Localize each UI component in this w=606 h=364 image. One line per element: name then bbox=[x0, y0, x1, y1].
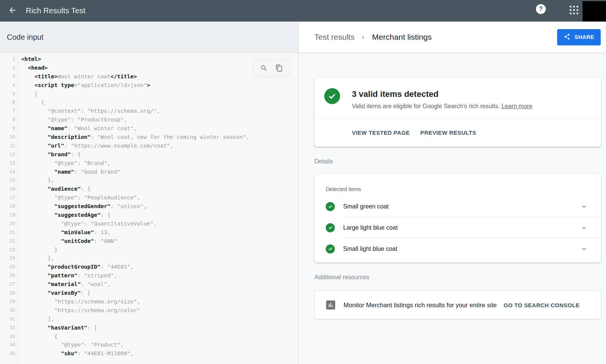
preview-results-button[interactable]: PREVIEW RESULTS bbox=[420, 129, 476, 136]
valid-check-icon bbox=[326, 202, 335, 211]
code-text: }, bbox=[19, 176, 54, 185]
code-line[interactable]: 11 "url": "https://www.example.com/coat"… bbox=[0, 142, 298, 150]
code-text: "@type": "ProductGroup", bbox=[19, 115, 127, 124]
code-text: <title>Wool winter coat</title> bbox=[19, 72, 137, 81]
code-line[interactable]: 27 "material": "wool", bbox=[0, 280, 298, 289]
code-line[interactable]: 15 }, bbox=[0, 176, 298, 185]
code-line[interactable]: 29 "https://schema.org/size", bbox=[0, 297, 298, 306]
code-text: "@context": "https://schema.org/", bbox=[19, 107, 160, 115]
code-line[interactable]: 14 "name": "Good brand" bbox=[0, 168, 298, 176]
app-title: Rich Results Test bbox=[26, 6, 86, 15]
code-text: [ bbox=[19, 90, 38, 98]
line-number-gutter bbox=[0, 53, 18, 364]
code-text: "suggestedGender": "unisex", bbox=[19, 202, 147, 211]
code-line[interactable]: 16 "audience": { bbox=[0, 185, 298, 193]
detected-item-row[interactable]: Large light blue coat bbox=[314, 217, 601, 238]
back-arrow-icon bbox=[8, 6, 17, 16]
avatar[interactable] bbox=[583, 1, 606, 22]
code-line[interactable]: 12 "brand": { bbox=[0, 150, 298, 159]
code-line[interactable]: 32 "hasVariant": [ bbox=[0, 324, 298, 332]
code-text: "https://schema.org/size", bbox=[19, 297, 140, 306]
go-to-search-console-link[interactable]: GO TO SEARCH CONSOLE bbox=[503, 302, 579, 308]
code-text: <head> bbox=[19, 64, 48, 72]
code-line[interactable]: 21 "minValue": 13, bbox=[0, 228, 298, 237]
code-text: "@type": "PeopleAudience", bbox=[19, 193, 140, 202]
code-line[interactable]: 33 { bbox=[0, 332, 298, 341]
back-button[interactable] bbox=[8, 6, 17, 16]
chevron-down-icon[interactable] bbox=[581, 203, 587, 210]
resources-card: Monitor Merchant listings rich results f… bbox=[314, 291, 601, 319]
resources-section-label: Additional resources bbox=[314, 274, 601, 281]
code-text: "pattern": "striped", bbox=[19, 271, 117, 280]
code-line[interactable]: 22 "unitCode": "ANN" bbox=[0, 237, 298, 246]
view-tested-page-button[interactable]: VIEW TESTED PAGE bbox=[352, 129, 410, 136]
code-line[interactable]: 30 "https://schema.org/color" bbox=[0, 306, 298, 315]
code-line[interactable]: 9 "name": "Wool winter coat", bbox=[0, 124, 298, 133]
code-line[interactable]: 23 } bbox=[0, 246, 298, 254]
code-text: <html> bbox=[19, 55, 41, 64]
code-text: "productGroupID": "44E01", bbox=[19, 263, 134, 271]
chevron-down-icon[interactable] bbox=[581, 246, 587, 252]
code-line[interactable]: 26 "pattern": "striped", bbox=[0, 271, 298, 280]
code-line[interactable]: 17 "@type": "PeopleAudience", bbox=[0, 193, 298, 202]
code-text: }, bbox=[19, 254, 54, 263]
code-line[interactable]: 13 "@type": "Brand", bbox=[0, 159, 298, 168]
results-header: Test results Merchant listings SHARE bbox=[298, 22, 606, 53]
code-text: "@type": "QuantitativeValue", bbox=[19, 219, 157, 228]
chevron-down-icon[interactable] bbox=[581, 224, 587, 231]
share-icon bbox=[564, 33, 570, 41]
detected-item-row[interactable]: Small light blue coat bbox=[314, 238, 601, 259]
search-icon[interactable] bbox=[260, 64, 268, 72]
code-text: "audience": { bbox=[19, 185, 91, 193]
code-line[interactable]: 7 "@context": "https://schema.org/", bbox=[0, 107, 298, 115]
code-line[interactable]: 19 "suggestedAge": { bbox=[0, 211, 298, 219]
summary-title: 3 valid items detected bbox=[352, 89, 533, 100]
code-line[interactable]: 35 "sku": "44E01-M11000", bbox=[0, 349, 298, 358]
code-line[interactable]: 25 "productGroupID": "44E01", bbox=[0, 263, 298, 271]
code-text: { bbox=[19, 332, 58, 341]
results-panel: Test results Merchant listings SHARE bbox=[298, 22, 606, 364]
code-text: "brand": { bbox=[19, 150, 81, 159]
code-text: "https://schema.org/color" bbox=[19, 306, 140, 315]
code-input-panel: Code input 1<html>2 <head>3 <title>Wool … bbox=[0, 22, 298, 364]
code-panel-header: Code input bbox=[0, 22, 298, 53]
code-text: "material": "wool", bbox=[19, 280, 111, 289]
code-text: "unitCode": "ANN" bbox=[19, 237, 117, 246]
code-line[interactable]: 34 "@type": "Product", bbox=[0, 341, 298, 349]
summary-subtitle: Valid items are eligible for Google Sear… bbox=[352, 102, 533, 110]
detected-items-label: Detected items bbox=[314, 174, 601, 196]
apps-grid-icon[interactable] bbox=[570, 6, 579, 16]
code-text: "name": "Wool winter coat", bbox=[19, 124, 137, 133]
valid-check-icon bbox=[326, 244, 335, 254]
code-text: "minValue": 13, bbox=[19, 228, 111, 237]
share-button[interactable]: SHARE bbox=[557, 29, 601, 45]
code-line[interactable]: 28 "variesBy": [ bbox=[0, 289, 298, 297]
copy-icon[interactable] bbox=[275, 64, 283, 72]
summary-card: 3 valid items detected Valid items are e… bbox=[314, 78, 601, 147]
code-line[interactable]: 18 "suggestedGender": "unisex", bbox=[0, 202, 298, 211]
code-lines: 1<html>2 <head>3 <title>Wool winter coat… bbox=[0, 55, 298, 358]
details-section-label: Details bbox=[314, 158, 601, 165]
code-line[interactable]: 5 [ bbox=[0, 90, 298, 98]
detected-item-row[interactable]: Small green coat bbox=[314, 196, 601, 217]
code-line[interactable]: 8 "@type": "ProductGroup", bbox=[0, 115, 298, 124]
detected-item-label: Small light blue coat bbox=[343, 246, 397, 252]
code-line[interactable]: 10 "description": "Wool coat, new for th… bbox=[0, 133, 298, 142]
code-line[interactable]: 4 <script type="application/ld+json"> bbox=[0, 81, 298, 90]
code-line[interactable]: 24 }, bbox=[0, 254, 298, 263]
code-editor[interactable]: 1<html>2 <head>3 <title>Wool winter coat… bbox=[0, 53, 298, 364]
learn-more-link[interactable]: Learn more bbox=[501, 103, 533, 109]
code-line[interactable]: 31 ], bbox=[0, 315, 298, 324]
code-line[interactable]: 20 "@type": "QuantitativeValue", bbox=[0, 219, 298, 228]
code-text: "@type": "Brand", bbox=[19, 159, 111, 168]
detected-item-label: Large light blue coat bbox=[343, 224, 398, 231]
code-text: } bbox=[19, 246, 58, 254]
code-line[interactable]: 6 { bbox=[0, 98, 298, 107]
help-icon[interactable]: ? bbox=[536, 4, 546, 14]
code-text: "sku": "44E01-M11000", bbox=[19, 349, 134, 358]
results-content: 3 valid items detected Valid items are e… bbox=[298, 53, 606, 364]
code-text: "hasVariant": [ bbox=[19, 324, 97, 332]
code-text: "description": "Wool coat, new for the c… bbox=[19, 133, 249, 142]
breadcrumb-test-results[interactable]: Test results bbox=[314, 33, 355, 42]
success-check-icon bbox=[324, 88, 340, 104]
